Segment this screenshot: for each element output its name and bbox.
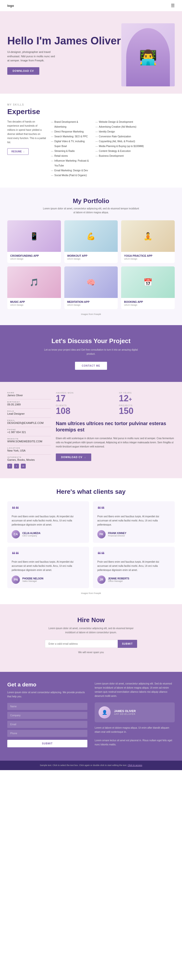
portfolio-card-image: 🧠	[64, 266, 118, 298]
stats-field: BIRTHDAY 09.05.1989	[7, 401, 51, 406]
demo-profile-name: JAMES OLIVER	[114, 710, 136, 713]
portfolio-emoji: 🎵	[30, 278, 38, 286]
stats-numbers-area: AWARDS WON 17 XP YEARS 12+ CLIENTS 108 P…	[56, 391, 175, 469]
footer: Sample text. Click to select the text bo…	[0, 760, 182, 770]
stats-field: EMAIL DESIGNER@EXAMPLE.COM	[7, 419, 51, 424]
demo-avatar: 👤	[99, 706, 111, 718]
portfolio-card-name: MEDITATION APP	[67, 301, 115, 303]
portfolio-card-info: YOGA PRACTICE APP UI/UX Design	[121, 252, 175, 263]
portfolio-card[interactable]: 🧠 MEDITATION APP UI/UX Design	[64, 266, 118, 309]
author-title: Financial Director	[108, 535, 126, 537]
testimonial-author: PN PHOEBE NELSON Sales Manager	[12, 576, 85, 584]
hire-submit-button[interactable]: SUBMIT	[118, 640, 137, 648]
testimonial-card: ❝❝ Proin sed libero enim sed faucibus tu…	[7, 547, 89, 588]
stats-field-label: WEBSITE	[7, 438, 51, 440]
portfolio-card-name: CROWDFUNDING APP	[10, 254, 58, 257]
portfolio-note: Images from Freepik	[7, 313, 175, 315]
portfolio-card[interactable]: 💪 WORKOUT APP UI/UX Design	[64, 220, 118, 263]
portfolio-card[interactable]: 📱 CROWDFUNDING APP UI/UX Design	[7, 220, 61, 263]
demo-person-emoji: 👤	[102, 710, 107, 715]
resume-label: RESUME	[11, 150, 22, 153]
author-info: FRANK KINNEY Financial Director	[108, 532, 126, 537]
stat-number: 150	[119, 407, 175, 415]
skills-item: Content Strategy & Execution	[95, 149, 175, 154]
testimonials-note: Images from Freepik	[7, 592, 175, 595]
demo-email-input[interactable]	[7, 721, 87, 728]
portfolio-emoji: 💪	[86, 232, 95, 240]
skills-item: Direct Response Marketing	[51, 129, 91, 134]
demo-phone-input[interactable]	[7, 730, 87, 737]
hire-title: Hire Now	[7, 616, 175, 624]
stats-field-label: BIRTHDAY	[7, 401, 51, 403]
portfolio-card-type: UI/UX Design	[124, 304, 172, 306]
portfolio-card[interactable]: 📅 BOOKING APP UI/UX Design	[121, 266, 175, 309]
resume-button[interactable]: RESUME ↓	[7, 148, 29, 155]
testimonial-text: Proin sed libero enim sed faucibus turpi…	[12, 514, 85, 527]
portfolio-card-name: BOOKING APP	[124, 301, 172, 303]
author-name: PHOEBE NELSON	[22, 577, 43, 580]
discuss-section: Let's Discuss Your Project Let us know y…	[0, 325, 182, 382]
social-in-icon[interactable]: in	[21, 464, 26, 469]
skills-item: Streaming & Radio	[51, 149, 91, 154]
stats-field: INTERESTS Games, Books, Movies	[7, 456, 51, 461]
demo-form: SUBMIT	[7, 703, 87, 747]
demo-submit-button[interactable]: SUBMIT	[7, 740, 87, 747]
hero-description: Ui-designer, photographer and travel ent…	[7, 50, 56, 63]
stat-number: 17	[56, 394, 112, 403]
author-avatar: FK	[97, 530, 105, 538]
footer-link[interactable]: Click to access	[128, 764, 142, 767]
download-cv-button[interactable]: DOWNLOAD CV	[7, 67, 39, 75]
demo-right-col: Lorem ipsum dolor sit amet, consectetur …	[95, 682, 175, 751]
stats-field: LOCATION New York, USA	[7, 447, 51, 452]
testimonial-text: Proin sed libero enim sed faucibus turpi…	[12, 560, 85, 572]
skills-section: MY SKILLS Expertise Two decades of hands…	[0, 94, 182, 188]
stat-number: 108	[56, 407, 112, 415]
stat-item: PROJECTS 150	[119, 404, 175, 415]
portfolio-card[interactable]: 🎵 MUSIC APP UI/UX Design	[7, 266, 61, 309]
hero-image: 👨‍💻	[121, 23, 175, 86]
quote-mark: ❝❝	[12, 551, 85, 558]
author-title: Office Manager	[108, 580, 129, 582]
testimonial-text: Proin sed libero enim sed faucibus turpi…	[97, 560, 170, 572]
demo-left-col: Get a demo Lorem ipsum dolor sit amet co…	[7, 682, 87, 751]
portfolio-grid: 📱 CROWDFUNDING APP UI/UX Design 💪 WORKOU…	[7, 220, 175, 309]
portfolio-card-image: 🧘	[121, 220, 175, 252]
hire-email-input[interactable]	[45, 640, 118, 648]
social-t-icon[interactable]: t	[14, 464, 19, 469]
portfolio-subtitle: Lorem ipsum dolor sit amet, consectetur …	[43, 207, 139, 215]
discuss-description: Let us know your project idea and Get fr…	[43, 348, 139, 356]
skills-description-col: Two decades of hands-on experience and h…	[7, 119, 46, 178]
social-f-icon[interactable]: f	[7, 464, 12, 469]
stats-field-label: INTERESTS	[7, 456, 51, 458]
demo-profile-info: JAMES OLIVER APP DEVELOPER	[114, 710, 136, 715]
stat-suffix: +	[129, 396, 132, 402]
stat-item: AWARDS WON 17	[56, 391, 112, 403]
author-info: CELIA ALMEDA CEO Company	[22, 532, 40, 537]
stat-number: 12+	[119, 394, 175, 403]
hamburger-icon[interactable]: ☰	[171, 3, 175, 8]
stats-field-value: 09.05.1989	[7, 403, 51, 406]
portfolio-card-type: UI/UX Design	[67, 304, 115, 306]
contact-me-button[interactable]: CONTACT ME	[75, 362, 107, 370]
author-avatar: PN	[12, 576, 20, 584]
hire-note: We will never spam you	[45, 650, 137, 654]
skills-layout: Two decades of hands-on experience and h…	[7, 119, 175, 178]
demo-right-text: Lorem ipsum dolor sit amet, consectetur …	[95, 682, 175, 698]
skills-item: Copywriting (Ad, Web, & Product)	[95, 139, 175, 144]
stats-field-value: Lead Designer	[7, 412, 51, 415]
demo-title: Get a demo	[7, 682, 87, 688]
hero-title: Hello I'm James Oliver	[7, 35, 121, 46]
download-cv-stats-button[interactable]: DOWNLOAD CV ↓	[56, 453, 91, 461]
demo-name-input[interactable]	[7, 703, 87, 710]
portfolio-section: My Portfolio Lorem ipsum dolor sit amet,…	[0, 188, 182, 325]
stat-item: XP YEARS 12+	[119, 391, 175, 403]
author-title: Sales Manager	[22, 580, 43, 582]
demo-company-input[interactable]	[7, 712, 87, 719]
portfolio-card-info: BOOKING APP UI/UX Design	[121, 298, 175, 309]
stat-item: CLIENTS 108	[56, 404, 112, 415]
portfolio-card-name: MUSIC APP	[10, 301, 58, 303]
stats-field-label: NAME	[7, 391, 51, 394]
stats-field: NAME James Oliver	[7, 391, 51, 397]
portfolio-card[interactable]: 🧘 YOGA PRACTICE APP UI/UX Design	[121, 220, 175, 263]
skills-item: Digital Video & TV, including Super Bowl	[51, 139, 91, 149]
